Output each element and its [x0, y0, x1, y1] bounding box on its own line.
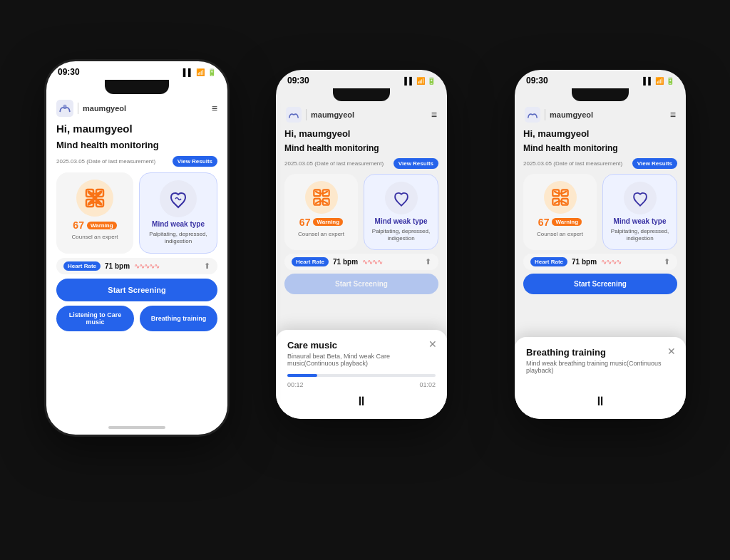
menu-icon-mid[interactable]: ≡ — [431, 109, 437, 120]
start-screening-button[interactable]: Start Screening — [56, 279, 217, 301]
phone-mid: 09:30 ▌▌ 📶 🔋 maumgyeol ≡ Hi, maumgyeol M… — [276, 70, 447, 419]
logo-area-mid: maumgyeol — [286, 107, 354, 123]
svg-point-1 — [63, 105, 66, 108]
app-content-main: Hi, maumgyeol Mind health monitoring 202… — [46, 120, 227, 423]
heart-row-mid: Heart Rate 71 bpm ∿∿∿∿ ⬆ — [284, 254, 438, 270]
care-music-button[interactable]: Listening to Care music — [56, 306, 134, 331]
share-icon[interactable]: ⬆ — [204, 261, 210, 271]
cards-row-mid: 67 Warning Counsel an expert Mind weak t… — [284, 174, 438, 251]
warning-icon-right — [544, 181, 577, 214]
badge-right: Warning — [552, 218, 582, 226]
start-screening-right[interactable]: Start Screening — [523, 274, 677, 294]
mind-weak-title: Mind weak type — [152, 220, 205, 228]
warning-card-mid: 67 Warning Counsel an expert — [284, 174, 358, 251]
badge-mid: Warning — [313, 218, 343, 226]
wave-right: ∿∿∿∿ — [601, 258, 659, 266]
status-time: 09:30 — [58, 67, 80, 77]
breathing-training-button[interactable]: Breathing training — [140, 306, 217, 331]
score-mid: 67 — [299, 217, 311, 228]
share-mid[interactable]: ⬆ — [425, 257, 431, 266]
phone-right: 09:30 ▌▌ 📶 🔋 maumgyeol ≡ Hi, maumgyeol M… — [515, 70, 686, 419]
cards-row: 67 Warning Counsel an expert Mind weak t… — [56, 172, 217, 254]
warning-icon-mid — [305, 181, 338, 214]
status-icons: ▌▌ 📶 🔋 — [183, 68, 216, 76]
logo-divider-mid — [306, 109, 307, 120]
logo-divider-right — [545, 109, 545, 120]
date-row: 2025.03.05 (Date of last measurement) Vi… — [56, 156, 217, 167]
mind-title-mid: Mind weak type — [375, 217, 428, 225]
popup-breathing-title: Breathing training — [526, 347, 674, 358]
warning-card-right: 67 Warning Counsel an expert — [523, 174, 597, 251]
heart-rate-row: Heart Rate 71 bpm ∿∿∿∿∿ ⬆ — [56, 258, 217, 274]
heart-row-right: Heart Rate 71 bpm ∿∿∿∿ ⬆ — [523, 254, 677, 270]
pause-button-breathing[interactable]: ⏸ — [526, 394, 674, 409]
start-screening-mid[interactable]: Start Screening — [284, 274, 438, 294]
time-total: 01:02 — [419, 381, 436, 388]
time-row: 00:12 01:02 — [287, 381, 436, 388]
mind-icon-right — [624, 182, 657, 214]
greeting-sub-right: Mind health monitoring — [523, 143, 677, 153]
popup-close-care[interactable]: ✕ — [428, 338, 437, 350]
notch-mid — [333, 88, 390, 101]
greeting-mid: Hi, maumgyeol — [284, 128, 438, 140]
view-results-mid[interactable]: View Results — [394, 158, 438, 169]
bpm-right: 71 bpm — [572, 258, 597, 266]
logo-area: maumgyeol — [56, 100, 126, 117]
status-time-right: 09:30 — [526, 76, 548, 85]
status-icons-mid: ▌▌ 📶 🔋 — [404, 77, 436, 85]
warning-card: 67 Warning Counsel an expert — [56, 172, 133, 254]
status-time-mid: 09:30 — [287, 76, 309, 85]
card-sub-text: Counsel an expert — [72, 234, 118, 240]
action-buttons-row: Listening to Care music Breathing traini… — [56, 306, 217, 331]
app-header-mid: maumgyeol ≡ — [276, 101, 447, 125]
logo-icon-mid — [286, 107, 302, 123]
pause-button[interactable]: ⏸ — [287, 394, 436, 409]
mind-icon-mid — [385, 182, 418, 214]
wave-mid: ∿∿∿∿ — [362, 258, 421, 266]
bottom-pill-main — [108, 426, 165, 429]
logo-text: maumgyeol — [83, 104, 126, 113]
app-header-right: maumgyeol ≡ — [515, 101, 686, 125]
menu-icon[interactable]: ≡ — [212, 103, 217, 114]
logo-area-right: maumgyeol — [525, 107, 593, 123]
popup-care-sub: Binaural beat Beta, Mind weak Care music… — [287, 353, 436, 367]
mind-weak-card-icon — [160, 180, 197, 217]
card-score-row: 67 Warning — [73, 219, 116, 231]
score-right: 67 — [538, 217, 550, 228]
logo-text-right: maumgyeol — [550, 110, 593, 119]
greeting: Hi, maumgyeol — [56, 123, 217, 135]
mind-weak-card: Mind weak type Palpitating, depressed, i… — [139, 172, 217, 254]
heart-rate-badge: Heart Rate — [63, 261, 101, 271]
date-text-right: 2025.03.05 (Date of last measurement) — [523, 160, 622, 167]
popup-care-title: Care music — [287, 340, 436, 351]
view-results-right[interactable]: View Results — [632, 158, 677, 169]
mind-weak-desc: Palpitating, depressed, indigestion — [145, 231, 211, 246]
sub-right: Counsel an expert — [537, 231, 583, 237]
greeting-sub-mid: Mind health monitoring — [284, 143, 438, 153]
popup-breathing-sub: Mind weak breathing training music(Conti… — [526, 360, 674, 374]
menu-icon-right[interactable]: ≡ — [670, 109, 676, 120]
notch-right — [572, 88, 629, 101]
popup-close-breathing[interactable]: ✕ — [667, 346, 676, 357]
mind-weak-right: Mind weak type Palpitating, depressed, i… — [602, 174, 677, 251]
notch-main — [105, 80, 169, 94]
view-results-button[interactable]: View Results — [173, 156, 217, 167]
app-header-main: maumgyeol ≡ — [46, 94, 227, 120]
heart-wave-icon: ∿∿∿∿∿ — [134, 262, 200, 270]
breathing-popup: ✕ Breathing training Mind weak breathing… — [515, 337, 686, 419]
status-icons-right: ▌▌ 📶 🔋 — [643, 77, 674, 85]
phone-main: 09:30 ▌▌ 📶 🔋 maumgyeol ≡ Hi, maumg — [44, 59, 230, 437]
mind-desc-mid: Palpitating, depressed, indigestion — [370, 228, 432, 243]
share-right[interactable]: ⬆ — [664, 257, 670, 266]
progress-bar-wrap — [287, 374, 436, 377]
bpm-mid: 71 bpm — [333, 258, 358, 266]
card-score: 67 — [73, 219, 84, 231]
date-text-mid: 2025.03.05 (Date of last measurement) — [284, 160, 384, 167]
mind-desc-right: Palpitating, depressed, indigestion — [609, 228, 671, 243]
hr-badge-right: Heart Rate — [530, 257, 567, 266]
logo-divider — [78, 103, 78, 114]
progress-bar-fill — [287, 374, 317, 377]
warning-card-icon — [76, 180, 113, 217]
status-bar-right: 09:30 ▌▌ 📶 🔋 — [515, 70, 686, 88]
greeting-right: Hi, maumgyeol — [523, 128, 677, 140]
